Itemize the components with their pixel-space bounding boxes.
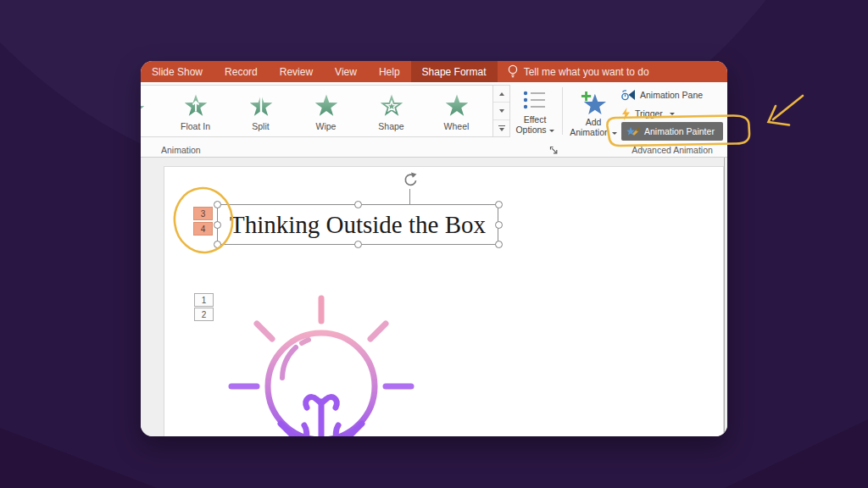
effect-options-label-2: Options: [515, 125, 546, 135]
ribbon-tab-bar: Slide Show Record Review View Help Shape…: [141, 61, 727, 82]
resize-handle-tr[interactable]: [495, 201, 503, 208]
resize-handle-tl[interactable]: [214, 201, 221, 208]
add-animation-label-2: Animation: [570, 127, 609, 137]
triangle-down-icon: [499, 109, 504, 113]
powerpoint-window: Slide Show Record Review View Help Shape…: [141, 61, 727, 436]
lightbulb-illustration: [221, 290, 425, 436]
animation-styles-gallery: Float In Split Wipe: [141, 85, 510, 137]
tab-record[interactable]: Record: [214, 61, 269, 82]
advanced-animation-group-label: Advanced Animation: [615, 145, 727, 155]
gallery-more-button[interactable]: [493, 120, 509, 136]
gallery-scrollbar: [492, 86, 509, 136]
ribbon: Float In Split Wipe: [141, 82, 727, 144]
effect-options-button[interactable]: Effect Options: [511, 85, 559, 137]
chevron-down-icon: [670, 113, 675, 115]
clipped-star-icon: [141, 96, 146, 122]
resize-handle-br[interactable]: [495, 241, 503, 248]
gallery-item-label: Wheel: [444, 121, 470, 131]
animation-number-tag[interactable]: 2: [194, 308, 214, 321]
gallery-item-label: Wipe: [316, 121, 337, 131]
add-animation-label-1: Add: [586, 117, 602, 127]
shape-star-icon: [379, 92, 404, 119]
slide-canvas[interactable]: Thinking Outside the Box 3 4 1 2: [164, 166, 724, 436]
chevron-down-icon: [612, 132, 617, 135]
animation-pane-button[interactable]: Animation Pane: [621, 87, 703, 103]
add-animation-button[interactable]: Add Animation: [567, 85, 620, 137]
ribbon-group-row: Animation Advanced Animation: [141, 144, 727, 158]
rotation-stem: [409, 189, 410, 205]
rotate-handle-icon[interactable]: [402, 172, 418, 188]
tell-me-label: Tell me what you want to do: [524, 66, 649, 78]
dialog-launcher-icon[interactable]: [549, 146, 559, 155]
tab-view[interactable]: View: [324, 61, 368, 82]
animation-number-tag[interactable]: 1: [194, 293, 214, 307]
wheel-star-icon: [444, 92, 470, 119]
tab-review[interactable]: Review: [269, 61, 324, 82]
trigger-label: Trigger: [635, 108, 663, 119]
resize-handle-bm[interactable]: [354, 241, 362, 248]
resize-handle-ml[interactable]: [214, 221, 221, 229]
animation-wipe[interactable]: Wipe: [293, 86, 359, 136]
resize-handle-tm[interactable]: [354, 201, 362, 208]
split-star-icon: [248, 92, 274, 119]
chevron-down-icon: [549, 130, 554, 132]
tell-me-search[interactable]: Tell me what you want to do: [498, 61, 659, 82]
animation-shape[interactable]: Shape: [359, 86, 424, 136]
group-separator: [562, 87, 563, 135]
animation-split[interactable]: Split: [228, 86, 293, 136]
gallery-scroll-down-button[interactable]: [493, 103, 509, 119]
animation-group-label: Animation: [161, 145, 201, 155]
trigger-lightning-icon: [621, 108, 631, 120]
animation-wheel[interactable]: Wheel: [424, 86, 489, 136]
editing-canvas: Thinking Outside the Box 3 4 1 2: [141, 158, 727, 436]
lightbulb-icon: [508, 64, 518, 79]
animation-pane-icon: [621, 89, 636, 101]
resize-handle-bl[interactable]: [214, 241, 221, 248]
animation-painter-button[interactable]: Animation Painter: [621, 122, 723, 141]
effect-options-label-1: Effect: [524, 114, 547, 125]
float-in-star-icon: [183, 92, 209, 119]
vertical-scrollbar[interactable]: [724, 158, 725, 436]
tab-shape-format[interactable]: Shape Format: [411, 61, 498, 82]
gallery-item-label: Split: [252, 121, 269, 131]
animation-number-tag[interactable]: 3: [193, 207, 213, 220]
tab-slide-show[interactable]: Slide Show: [141, 61, 214, 82]
animation-painter-label: Animation Painter: [644, 126, 715, 136]
triangle-down-icon: [499, 128, 504, 131]
slide-title-text: Thinking Outside the Box: [230, 211, 486, 239]
gallery-scroll-up-button[interactable]: [493, 86, 509, 103]
add-animation-icon: [579, 90, 608, 115]
animation-number-tag[interactable]: 4: [193, 222, 213, 236]
wipe-star-icon: [314, 92, 339, 119]
gallery-item-label: Float In: [181, 121, 210, 131]
effect-options-icon: [523, 90, 547, 110]
animation-pane-label: Animation Pane: [640, 90, 703, 100]
gallery-items: Float In Split Wipe: [163, 86, 489, 136]
tab-help[interactable]: Help: [368, 61, 411, 82]
gallery-item-label: Shape: [378, 121, 403, 131]
triangle-up-icon: [499, 92, 504, 96]
animation-float-in[interactable]: Float In: [163, 86, 228, 136]
resize-handle-mr[interactable]: [495, 221, 503, 229]
title-textbox[interactable]: Thinking Outside the Box: [217, 204, 498, 245]
more-bar-icon: [498, 125, 505, 127]
trigger-button[interactable]: Trigger: [621, 106, 675, 121]
animation-painter-icon: [626, 125, 640, 137]
